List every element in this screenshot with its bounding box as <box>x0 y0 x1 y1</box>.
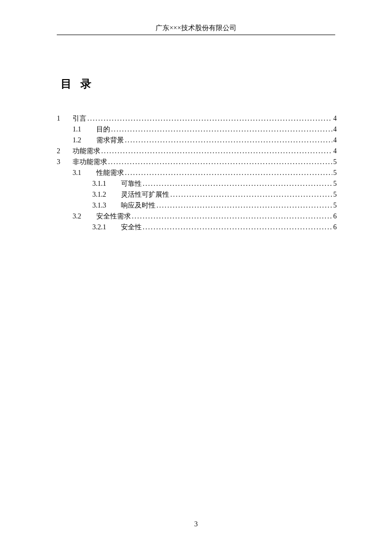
toc-entry-label: 性能需求 <box>96 168 124 178</box>
toc-entry-label: 非功能需求 <box>73 157 107 168</box>
toc-entry-page: 5 <box>332 200 337 211</box>
toc-entry: 3.1.3响应及时性5 <box>57 200 337 211</box>
toc-leader-dots <box>107 157 332 168</box>
toc-entry-number: 3.2.1 <box>92 222 113 233</box>
toc-leader-dots <box>156 200 332 211</box>
toc-entry-label: 功能需求 <box>73 146 100 157</box>
toc-entry: 3.2安全性需求6 <box>57 211 337 222</box>
toc-entry-page: 5 <box>332 178 337 189</box>
toc-leader-dots <box>124 135 332 146</box>
toc-entry-number: 3.1.1 <box>92 178 113 189</box>
toc-list: 1引言41.1目的41.2需求背景42功能需求43非功能需求53.1性能需求53… <box>57 113 337 233</box>
toc-entry-number: 2 <box>57 146 69 157</box>
toc-entry-label: 响应及时性 <box>121 200 156 211</box>
toc-entry-number: 1.2 <box>73 135 87 146</box>
toc-entry: 1引言4 <box>57 113 337 124</box>
toc-entry-page: 5 <box>332 189 337 200</box>
toc-leader-dots <box>169 189 332 200</box>
toc-entry-label: 安全性 <box>121 222 142 233</box>
company-name: 广东×××技术股份有限公司 <box>156 24 236 32</box>
toc-leader-dots <box>124 168 332 178</box>
toc-entry-number: 3 <box>57 157 69 168</box>
toc-entry-page: 4 <box>332 135 337 146</box>
toc-entry-page: 6 <box>332 222 337 233</box>
toc-entry: 2功能需求4 <box>57 146 337 157</box>
toc-leader-dots <box>110 124 332 135</box>
toc-entry-number: 1.1 <box>73 124 87 135</box>
toc-entry: 1.1目的4 <box>57 124 337 135</box>
content-area: 目录 1引言41.1目的41.2需求背景42功能需求43非功能需求53.1性能需… <box>57 77 337 233</box>
page-header: 广东×××技术股份有限公司 <box>57 24 335 35</box>
toc-entry-label: 引言 <box>73 113 86 124</box>
toc-entry-label: 可靠性 <box>121 178 142 189</box>
toc-entry: 1.2需求背景4 <box>57 135 337 146</box>
toc-leader-dots <box>131 211 332 222</box>
toc-entry-page: 4 <box>332 113 337 124</box>
toc-entry-number: 1 <box>57 113 69 124</box>
toc-entry: 3.1性能需求5 <box>57 168 337 178</box>
toc-entry-label: 安全性需求 <box>96 211 131 222</box>
toc-entry-number: 3.1.2 <box>92 189 113 200</box>
toc-entry-label: 目的 <box>96 124 110 135</box>
toc-entry-label: 灵活性可扩展性 <box>121 189 169 200</box>
toc-entry-number: 3.2 <box>73 211 87 222</box>
toc-entry: 3.2.1安全性6 <box>57 222 337 233</box>
toc-entry-page: 5 <box>332 157 337 168</box>
toc-entry-page: 4 <box>332 146 337 157</box>
toc-leader-dots <box>142 222 332 233</box>
page-number: 3 <box>0 520 392 528</box>
toc-entry-page: 6 <box>332 211 337 222</box>
toc-entry-number: 3.1 <box>73 168 87 178</box>
toc-entry-number: 3.1.3 <box>92 200 113 211</box>
toc-entry-page: 4 <box>332 124 337 135</box>
toc-entry-page: 5 <box>332 168 337 178</box>
toc-leader-dots <box>86 113 332 124</box>
toc-leader-dots <box>142 178 332 189</box>
toc-title: 目录 <box>61 77 337 91</box>
toc-entry: 3.1.1可靠性5 <box>57 178 337 189</box>
toc-entry-label: 需求背景 <box>96 135 124 146</box>
toc-entry: 3非功能需求5 <box>57 157 337 168</box>
toc-entry: 3.1.2灵活性可扩展性5 <box>57 189 337 200</box>
toc-leader-dots <box>100 146 332 157</box>
